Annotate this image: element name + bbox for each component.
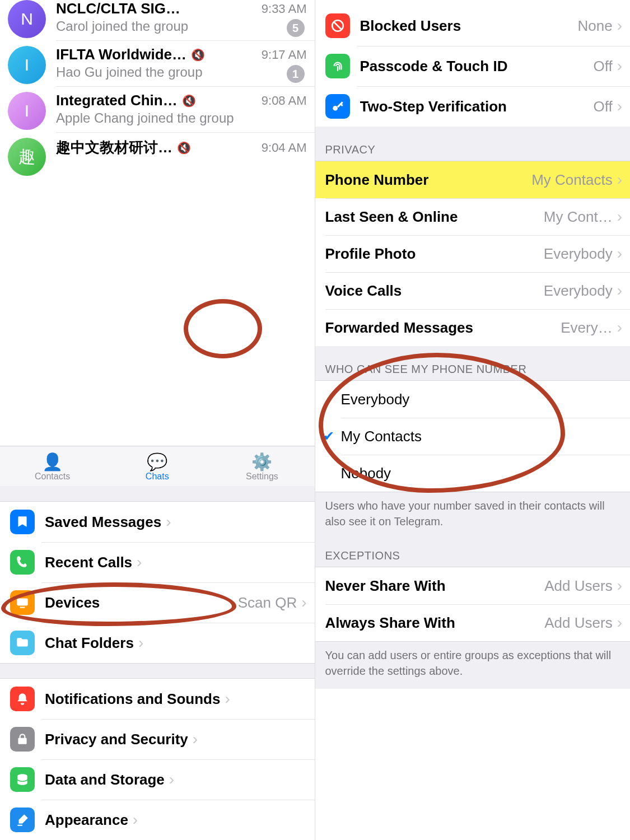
chevron-right-icon: › [301, 594, 306, 612]
row-never-share[interactable]: Never Share With Add Users › [315, 567, 631, 604]
chat-time: 9:04 AM [262, 141, 307, 155]
chat-subtitle: Apple Chang joined the group [56, 110, 307, 126]
section-header-privacy: PRIVACY [315, 127, 631, 161]
touchid-icon [325, 54, 350, 78]
row-value: Add Users [539, 577, 612, 595]
row-label: Forwarded Messages [325, 319, 473, 337]
option-label: Nobody [341, 465, 391, 482]
chat-name: Integrated Chin… [56, 92, 178, 109]
database-icon [10, 767, 35, 792]
svg-rect-0 [17, 598, 28, 605]
row-label: Blocked Users [360, 17, 461, 35]
folder-icon [10, 631, 35, 655]
chevron-right-icon: › [617, 57, 622, 75]
row-voice-calls[interactable]: Voice Calls Everybody › [315, 272, 631, 309]
unread-badge: 1 [287, 65, 305, 83]
svg-line-4 [334, 22, 341, 30]
row-value: My Contacts [526, 171, 613, 189]
option-nobody[interactable]: Nobody [315, 455, 631, 492]
chevron-right-icon: › [169, 771, 174, 788]
row-label: Notifications and Sounds [45, 690, 220, 708]
section-header-exceptions: EXCEPTIONS [315, 539, 631, 567]
security-group: Blocked Users None › Passcode & Touch ID… [315, 0, 631, 127]
gear-icon: ⚙️ [251, 454, 272, 470]
chevron-right-icon: › [138, 634, 143, 652]
chevron-right-icon: › [617, 171, 622, 189]
row-value: Scan QR [232, 594, 297, 612]
row-label: Recent Calls [45, 554, 132, 571]
row-forwarded[interactable]: Forwarded Messages Every… › [315, 309, 631, 346]
tab-chats[interactable]: 💬 Chats [105, 446, 209, 486]
exceptions-group: Never Share With Add Users › Always Shar… [315, 567, 631, 641]
chat-item[interactable]: N NCLC/CLTA SIG… 9:33 AM Carol joined th… [0, 0, 315, 40]
chat-time: 9:33 AM [262, 2, 307, 16]
row-notifications[interactable]: Notifications and Sounds › [0, 679, 315, 719]
row-label: Appearance [45, 811, 128, 829]
avatar: 趣 [8, 138, 46, 176]
chevron-right-icon: › [617, 208, 622, 226]
chat-name: IFLTA Worldwide… [56, 46, 186, 63]
chat-item[interactable]: I IFLTA Worldwide… 🔇 9:17 AM Hao Gu join… [0, 40, 315, 86]
row-appearance[interactable]: Appearance › [0, 800, 315, 840]
unread-badge: 5 [287, 19, 305, 37]
chat-item[interactable]: 趣 趣中文教材研讨… 🔇 9:04 AM [0, 132, 315, 178]
tab-settings[interactable]: ⚙️ Settings [209, 446, 314, 486]
row-privacy-security[interactable]: Privacy and Security › [0, 719, 315, 759]
avatar: N [8, 0, 46, 38]
tab-contacts[interactable]: 👤 Contacts [0, 446, 105, 486]
chevron-right-icon: › [617, 245, 622, 263]
settings-group-preferences: Notifications and Sounds › Privacy and S… [0, 679, 315, 840]
settings-group-general: Saved Messages › Recent Calls › Devices … [0, 502, 315, 663]
svg-rect-1 [20, 607, 25, 608]
devices-icon [10, 590, 35, 615]
blocked-icon [325, 13, 350, 38]
row-saved-messages[interactable]: Saved Messages › [0, 502, 315, 542]
right-panel: Blocked Users None › Passcode & Touch ID… [315, 0, 631, 840]
row-data-storage[interactable]: Data and Storage › [0, 759, 315, 800]
row-label: Profile Photo [325, 245, 416, 263]
row-recent-calls[interactable]: Recent Calls › [0, 542, 315, 582]
avatar: I [8, 46, 46, 84]
row-label: Voice Calls [325, 282, 402, 300]
tab-label: Settings [246, 472, 278, 482]
tab-label: Chats [146, 472, 169, 482]
mute-icon: 🔇 [191, 48, 205, 62]
row-label: Passcode & Touch ID [360, 58, 508, 75]
phone-icon [10, 550, 35, 575]
chat-list: N NCLC/CLTA SIG… 9:33 AM Carol joined th… [0, 0, 315, 178]
row-blocked-users[interactable]: Blocked Users None › [315, 6, 631, 46]
option-label: My Contacts [341, 428, 422, 445]
chevron-right-icon: › [617, 282, 622, 300]
row-value: Add Users [539, 614, 612, 632]
tab-label: Contacts [35, 472, 70, 482]
mute-icon: 🔇 [182, 94, 196, 108]
chevron-right-icon: › [166, 513, 171, 531]
row-phone-number[interactable]: Phone Number My Contacts › [315, 161, 631, 198]
svg-point-5 [333, 106, 338, 111]
row-chat-folders[interactable]: Chat Folders › [0, 623, 315, 663]
option-my-contacts[interactable]: ✔ My Contacts [315, 418, 631, 455]
row-label: Always Share With [325, 614, 455, 632]
contacts-icon: 👤 [42, 454, 63, 470]
chevron-right-icon: › [137, 553, 142, 571]
lock-icon [10, 727, 35, 752]
row-passcode[interactable]: Passcode & Touch ID Off › [315, 46, 631, 86]
row-always-share[interactable]: Always Share With Add Users › [315, 604, 631, 641]
option-everybody[interactable]: Everybody [315, 381, 631, 418]
row-devices[interactable]: Devices Scan QR › [0, 582, 315, 623]
row-label: Two-Step Verification [360, 98, 507, 115]
row-last-seen[interactable]: Last Seen & Online My Cont… › [315, 198, 631, 235]
row-label: Never Share With [325, 577, 446, 595]
chat-time: 9:08 AM [262, 94, 307, 108]
left-panel: N NCLC/CLTA SIG… 9:33 AM Carol joined th… [0, 0, 315, 840]
chat-item[interactable]: I Integrated Chin… 🔇 9:08 AM Apple Chang… [0, 86, 315, 132]
chevron-right-icon: › [617, 577, 622, 595]
row-value: Every… [555, 319, 612, 337]
checkmark-icon: ✔ [323, 428, 334, 444]
avatar: I [8, 92, 46, 130]
chevron-right-icon: › [225, 690, 230, 708]
row-two-step[interactable]: Two-Step Verification Off › [315, 86, 631, 127]
section-footer: You can add users or entire groups as ex… [315, 641, 631, 689]
option-label: Everybody [341, 391, 410, 408]
row-profile-photo[interactable]: Profile Photo Everybody › [315, 235, 631, 272]
